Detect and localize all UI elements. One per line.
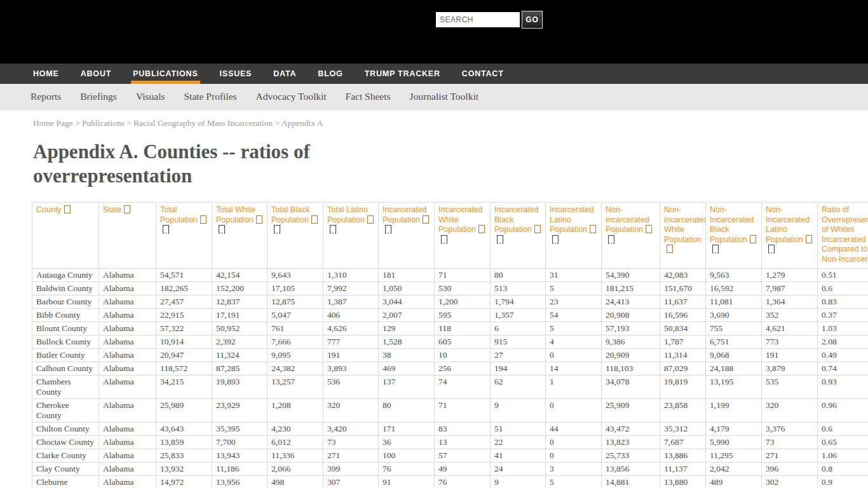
subnav-item-visuals[interactable]: Visuals	[136, 91, 165, 102]
table-cell: Alabama	[99, 295, 156, 309]
breadcrumb-link-publications[interactable]: Publications	[82, 118, 125, 128]
table-cell: 9,386	[602, 336, 660, 349]
table-row: Cleburne CountyAlabama14,97213,956498307…	[32, 476, 868, 488]
table-cell: 1,199	[706, 399, 762, 423]
sort-icon[interactable]	[478, 225, 485, 233]
table-row: Cherokee CountyAlabama25,98923,9291,2083…	[32, 399, 868, 423]
subnav-item-state-profiles[interactable]: State Profiles	[184, 91, 236, 102]
sort-icon[interactable]	[274, 225, 280, 234]
column-header-total-black-population[interactable]: Total Black Population	[268, 203, 323, 269]
table-cell: 0	[546, 449, 602, 463]
table-cell: 4,626	[323, 322, 379, 336]
sort-icon[interactable]	[385, 225, 391, 234]
sort-icon[interactable]	[311, 215, 318, 224]
table-cell: 755	[706, 322, 762, 336]
nav-item-about[interactable]: ABOUT	[81, 69, 111, 78]
nav-item-blog[interactable]: BLOG	[318, 69, 342, 78]
sort-icon[interactable]	[768, 245, 775, 254]
column-header-incarcerated-latino-population[interactable]: Incarcerated Latino Population	[546, 203, 602, 269]
sort-icon[interactable]	[124, 205, 130, 214]
sort-icon[interactable]	[534, 225, 541, 233]
table-cell: 83	[435, 423, 491, 436]
table-cell: 181	[379, 269, 435, 282]
table-cell: 50,952	[212, 322, 268, 336]
search-go-button[interactable]: GO	[522, 11, 543, 29]
column-header-total-population[interactable]: Total Population	[156, 203, 212, 269]
table-cell: 34,078	[602, 376, 660, 399]
table-cell: Butler County	[32, 349, 99, 362]
table-cell: 100	[379, 449, 435, 463]
subnav-item-reports[interactable]: Reports	[31, 91, 61, 102]
table-cell: 118,103	[602, 362, 660, 376]
table-cell: 1,200	[435, 295, 491, 309]
sort-icon[interactable]	[750, 235, 756, 243]
sort-icon[interactable]	[200, 215, 207, 224]
subnav-item-briefings[interactable]: Briefings	[80, 91, 117, 102]
table-cell: 13,823	[602, 436, 660, 449]
table-cell: 4,621	[762, 322, 818, 336]
column-header-ratio-of-overrepresentation-of-whites-in[interactable]: Ratio of Overrepresentation of Whites In…	[818, 203, 868, 269]
column-header-incarcerated-black-population[interactable]: Incarcerated Black Population	[491, 203, 546, 269]
breadcrumb-link-home-page[interactable]: Home Page	[33, 118, 73, 128]
table-cell: 11,137	[660, 463, 706, 476]
sort-icon[interactable]	[441, 235, 447, 244]
sort-icon[interactable]	[367, 215, 374, 224]
subnav-item-journalist-toolkit[interactable]: Journalist Toolkit	[410, 91, 478, 102]
breadcrumb-link-racial-geography-of-mass-incarceration[interactable]: Racial Geography of Mass Incarceration	[133, 118, 273, 128]
table-cell: 19,893	[212, 376, 268, 399]
table-cell: 87,285	[212, 362, 268, 376]
sort-icon[interactable]	[552, 235, 559, 244]
table-cell: 595	[435, 309, 491, 322]
table-cell: 0	[546, 349, 602, 362]
column-header-county[interactable]: County	[32, 203, 99, 269]
sort-icon[interactable]	[256, 215, 262, 224]
nav-item-issues[interactable]: ISSUES	[220, 69, 252, 78]
table-cell: 24,382	[268, 362, 323, 376]
sort-icon[interactable]	[64, 205, 71, 214]
nav-item-publications[interactable]: PUBLICATIONS	[133, 69, 198, 78]
column-header-non-incarcerated-black-population[interactable]: Non-Incarcerated Black Population	[706, 203, 762, 269]
table-cell: 6	[491, 322, 546, 336]
sort-icon[interactable]	[163, 225, 169, 234]
nav-item-data[interactable]: DATA	[273, 69, 296, 78]
sort-icon[interactable]	[667, 245, 673, 253]
table-cell: Autauga County	[32, 269, 99, 282]
table-cell: 10	[435, 349, 491, 362]
column-header-state[interactable]: State	[99, 203, 156, 269]
sort-icon[interactable]	[219, 225, 225, 234]
column-header-incarcerated-white-population[interactable]: Incarcerated White Population	[435, 203, 491, 269]
nav-item-trump-tracker[interactable]: TRUMP TRACKER	[365, 69, 440, 78]
table-cell: 11,324	[212, 349, 268, 362]
table-cell: 6,751	[706, 336, 762, 349]
table-cell: 4,230	[268, 423, 323, 436]
table-cell: Cleburne County	[32, 476, 99, 488]
table-cell: Chambers County	[32, 376, 99, 399]
column-label: Total White Population	[216, 205, 255, 224]
subnav-item-fact-sheets[interactable]: Fact Sheets	[346, 91, 391, 102]
column-header-non-incarcerated-white-population[interactable]: Non-incarcerated White Population	[660, 203, 706, 269]
table-cell: 489	[706, 476, 762, 488]
table-cell: Alabama	[99, 399, 156, 423]
search-input[interactable]	[436, 12, 520, 27]
sort-icon[interactable]	[330, 225, 336, 234]
sort-icon[interactable]	[806, 235, 812, 243]
sort-icon[interactable]	[497, 235, 503, 244]
nav-item-contact[interactable]: CONTACT	[462, 69, 504, 78]
column-label: County	[36, 205, 62, 214]
column-header-non-incarcerated-population[interactable]: Non-incarcerated Population	[602, 203, 660, 269]
column-label: Incarcerated Black Population	[494, 205, 538, 234]
nav-item-home[interactable]: HOME	[33, 69, 59, 78]
sort-icon[interactable]	[712, 245, 719, 254]
table-cell: 3,893	[323, 362, 379, 376]
column-header-non-incarcerated-latino-population[interactable]: Non-Incarcerated Latino Population	[762, 203, 818, 269]
table-cell: 5	[546, 322, 602, 336]
column-header-total-white-population[interactable]: Total White Population	[212, 203, 268, 269]
sort-icon[interactable]	[590, 225, 596, 233]
column-label: Non-Incarcerated Black Population	[710, 205, 754, 244]
sort-icon[interactable]	[646, 225, 652, 233]
sort-icon[interactable]	[608, 235, 614, 244]
subnav-item-advocacy-toolkit[interactable]: Advocacy Toolkit	[256, 91, 327, 102]
column-header-total-latino-population[interactable]: Total Latino Population	[323, 203, 379, 269]
column-header-incarcerated-population[interactable]: Incarcerated Population	[379, 203, 435, 269]
sort-icon[interactable]	[423, 215, 429, 224]
